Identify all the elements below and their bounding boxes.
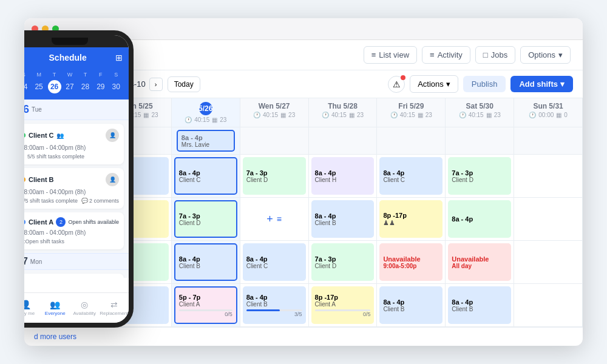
higgins-fri[interactable]: 8a - 4p Client B — [377, 284, 446, 327]
colon-tue[interactable]: 7a - 3p Client D — [172, 198, 240, 241]
client-a-tasks: 5:Open shift tasks — [24, 238, 64, 244]
phone-shift-client-b[interactable]: Client B 👤 08:00am - 04:00pm (8h) 3/5 sh… — [24, 168, 124, 209]
sat-clock-icon: 🕐 — [459, 112, 466, 118]
arry-wed[interactable]: 7a - 3p Client D — [240, 155, 309, 198]
cal-date-25[interactable]: 25 — [32, 80, 46, 93]
publish-button[interactable]: Publish — [463, 76, 506, 92]
arry-thu[interactable]: 8a - 4p Client H — [309, 155, 378, 198]
colon-thu[interactable]: 8a - 4p Client B — [309, 198, 378, 241]
comment-icon: 💬 — [81, 198, 88, 204]
client-b-comments: 2 comments — [89, 198, 119, 204]
sun-count: 0 — [564, 112, 568, 118]
day-header-sat: Sat 5/30 🕐 40:15 ▦ 23 — [446, 98, 514, 127]
shifts-sun-cell — [514, 127, 583, 155]
everyone-icon: 👥 — [50, 300, 60, 309]
higgins-wed[interactable]: 8a - 4p Client B 3/5 — [240, 284, 309, 327]
client-b-time: 08:00am - 04:00pm (8h) — [24, 189, 119, 195]
list-view-button[interactable]: ≡ List view — [364, 46, 417, 64]
thu-hours: 40:15 — [331, 112, 347, 118]
jobs-button[interactable]: □ Jobs — [475, 46, 515, 64]
phone-shift-27-client-c[interactable]: Client C 3 Open shifts available 08:00am… — [24, 274, 124, 278]
arry-sat[interactable]: 7a - 3p Client D — [446, 155, 514, 198]
day-header-wed: Wen 5/27 🕐 40:15 ▦ 23 — [240, 98, 309, 127]
day-header-fri: Fri 5/29 🕐 40:15 ▦ 23 — [377, 98, 446, 127]
next-week-button[interactable]: › — [149, 78, 163, 91]
mrs-lavie-time: 8a - 4p — [181, 134, 230, 141]
shifts-tue-cell[interactable]: 8a - 4p Mrs. Lavie — [172, 127, 240, 155]
wed-label: Wen 5/27 — [245, 102, 304, 110]
phone-nav-only-me[interactable]: 👤 Only me — [24, 293, 41, 323]
replacement-icon: ⇄ — [110, 300, 118, 309]
fri-shift-icon: ▦ — [418, 112, 423, 118]
cal-date-29[interactable]: 29 — [94, 80, 107, 93]
add-shift-plus-icon[interactable]: + — [266, 213, 273, 226]
elliott-sun — [514, 241, 583, 284]
calendar-date-row: 24 25 26 27 28 29 30 — [24, 80, 124, 93]
arry-tue[interactable]: 8a - 4p Client C — [172, 155, 240, 198]
phone-nav-everyone[interactable]: 👥 Everyone — [41, 293, 70, 323]
day-header-sun: Sun 5/31 🕐 00:00 ▦ 0 — [514, 98, 583, 127]
elliott-sat[interactable]: Unavailable All day — [446, 241, 514, 284]
options-button[interactable]: Options ▾ — [520, 46, 571, 64]
options-label: Options — [528, 50, 555, 59]
actions-label: Actions — [418, 79, 444, 89]
add-shifts-button[interactable]: Add shifts ▾ — [510, 76, 573, 92]
mrs-lavie-name: Mrs. Lavie — [181, 141, 230, 148]
client-b-avatar: 👤 — [106, 173, 119, 186]
add-shifts-label: Add shifts — [519, 79, 558, 89]
replacement-label: Replacement — [100, 311, 128, 316]
jobs-label: Jobs — [491, 50, 507, 59]
higgins-sat[interactable]: 8a - 4p Client B — [446, 284, 514, 327]
arry-fri[interactable]: 8a - 4p Client C — [377, 155, 446, 198]
thu-label: Thu 5/28 — [314, 102, 372, 110]
phone-nav-replacement[interactable]: ⇄ Replacement — [100, 293, 129, 323]
fri-clock-icon: 🕐 — [390, 112, 398, 118]
phone-scroll-area[interactable]: 26 Tue Client C 👥 👤 08:00am - 04:00pm (8… — [24, 99, 129, 278]
activity-button[interactable]: ≡ Activity — [422, 46, 470, 64]
colon-wed[interactable]: + ≡ — [240, 198, 309, 241]
phone-shift-client-c[interactable]: Client C 👥 👤 08:00am - 04:00pm (8h) ✓ 5/… — [24, 124, 124, 164]
load-more-button[interactable]: d more users — [34, 332, 76, 341]
alert-button[interactable]: ⚠ — [388, 76, 405, 93]
alert-badge — [401, 75, 405, 80]
higgins-tue[interactable]: 5p - 7p Client A 0/5 — [172, 284, 240, 327]
cal-date-30[interactable]: 30 — [109, 80, 123, 93]
client-b-label: Client B — [29, 176, 54, 183]
activity-label: Activity — [438, 50, 463, 59]
list-view-label: List view — [379, 50, 409, 59]
everyone-label: Everyone — [45, 311, 66, 316]
sun-hours: 00:00 — [538, 112, 554, 118]
client-a-label: Client A — [29, 218, 53, 226]
day-header-tue: 5/26 🕐 40:15 ▦ 23 — [172, 98, 240, 127]
today-button[interactable]: Today — [168, 76, 200, 92]
elliott-tue[interactable]: 8a - 4p Client B — [172, 241, 240, 284]
client-c-dot — [24, 133, 25, 138]
sat-label: Sat 5/30 — [450, 102, 509, 110]
phone-shift-client-a[interactable]: Client A 2 Open shifts available 08:00am… — [24, 212, 124, 249]
shifts-thu-cell — [309, 127, 378, 155]
arry-sun — [514, 155, 583, 198]
add-shift-list-icon[interactable]: ≡ — [277, 214, 282, 224]
phone-overlay: ‹ Schedule ⊞ S M T W T F S 24 25 26 27 2… — [24, 30, 134, 328]
cal-date-26-today[interactable]: 26 — [48, 80, 61, 93]
higgins-thu[interactable]: 8p -17p Client A 0/5 — [309, 284, 378, 327]
cal-date-24[interactable]: 24 — [24, 80, 30, 93]
cal-date-27[interactable]: 27 — [63, 80, 76, 93]
colon-sat[interactable]: 8a - 4p — [446, 198, 514, 241]
cal-date-28[interactable]: 28 — [78, 80, 92, 93]
client-b-dot — [24, 177, 25, 182]
client-b-tasks: 3/5 shift tasks complete — [24, 198, 78, 204]
sun-shift-icon: ▦ — [556, 112, 561, 118]
menu-icon[interactable]: ⊞ — [115, 53, 123, 62]
elliott-thu[interactable]: 7a - 3p Client D — [309, 241, 378, 284]
elliott-wed[interactable]: 8a - 4p Client C — [240, 241, 309, 284]
colon-fri[interactable]: 8p -17p ♟♟ — [377, 198, 446, 241]
fri-count: 23 — [426, 112, 432, 118]
chevron-down-icon: ▾ — [560, 79, 565, 89]
actions-button[interactable]: Actions ▾ — [410, 75, 458, 93]
phone-nav-availability[interactable]: ◎ Availability — [70, 293, 100, 323]
phone-notch — [24, 35, 129, 47]
fri-label: Fri 5/29 — [382, 102, 440, 110]
elliott-fri[interactable]: Unavailable 9:00a-5:00p — [377, 241, 446, 284]
thu-clock-icon: 🕐 — [322, 112, 329, 118]
